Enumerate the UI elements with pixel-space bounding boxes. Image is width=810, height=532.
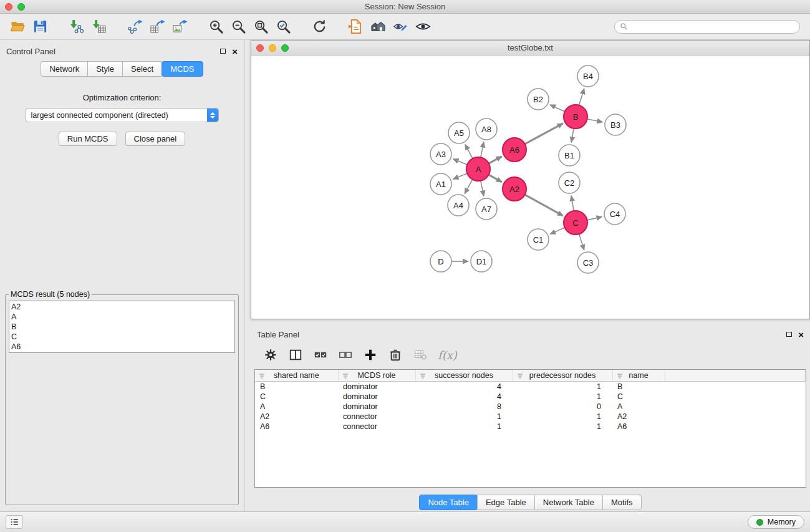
export-network-button[interactable] bbox=[123, 16, 146, 37]
network-edge-C-C4[interactable] bbox=[587, 217, 602, 220]
save-session-button[interactable] bbox=[29, 16, 51, 37]
network-node-C1[interactable]: C1 bbox=[528, 229, 549, 250]
network-edge-A-A7[interactable] bbox=[481, 181, 484, 196]
network-edge-A-A1[interactable] bbox=[453, 173, 467, 179]
zoom-fit-button[interactable] bbox=[249, 16, 272, 37]
column-header-name[interactable]: name bbox=[612, 370, 665, 382]
network-node-C2[interactable]: C2 bbox=[559, 172, 580, 193]
network-edge-B-B3[interactable] bbox=[587, 119, 603, 122]
network-edge-A-A3[interactable] bbox=[453, 159, 467, 165]
network-node-A7[interactable]: A7 bbox=[476, 198, 497, 220]
deselect-all-button[interactable] bbox=[334, 344, 357, 365]
optimization-criterion-dropdown[interactable]: largest connected component (directed) bbox=[26, 108, 219, 122]
network-edge-C-C1[interactable] bbox=[550, 228, 565, 235]
network-graph[interactable]: B4B2BB3A5A8A6B1A3AC2A1A2A4A7C4CC1C3DD1 bbox=[251, 56, 809, 319]
open-file-button[interactable] bbox=[6, 16, 29, 37]
memory-button[interactable]: Memory bbox=[748, 515, 804, 529]
select-all-button[interactable] bbox=[309, 344, 332, 365]
column-header-successor-nodes[interactable]: successor nodes bbox=[415, 370, 513, 382]
network-node-A2[interactable]: A2 bbox=[503, 177, 526, 201]
mcds-result-item[interactable]: A2 bbox=[11, 302, 233, 312]
network-node-A6[interactable]: A6 bbox=[503, 138, 526, 162]
mcds-result-list[interactable]: A2ABCA6 bbox=[9, 301, 235, 353]
network-node-B4[interactable]: B4 bbox=[577, 65, 599, 87]
zoom-out-button[interactable] bbox=[227, 16, 249, 37]
network-node-D[interactable]: D bbox=[430, 251, 451, 272]
float-control-panel-button[interactable] bbox=[220, 49, 226, 54]
tab-motifs[interactable]: Motifs bbox=[602, 495, 642, 510]
mcds-result-item[interactable]: C bbox=[11, 332, 233, 342]
network-canvas[interactable]: B4B2BB3A5A8A6B1A3AC2A1A2A4A7C4CC1C3DD1 bbox=[251, 56, 809, 319]
network-node-A1[interactable]: A1 bbox=[430, 173, 451, 195]
network-edge-A6-B[interactable] bbox=[525, 123, 563, 144]
network-node-A8[interactable]: A8 bbox=[476, 118, 497, 140]
network-edge-B-B2[interactable] bbox=[550, 105, 565, 112]
network-node-C4[interactable]: C4 bbox=[604, 203, 625, 225]
delete-table-button[interactable] bbox=[409, 344, 432, 365]
network-node-C3[interactable]: C3 bbox=[577, 252, 599, 273]
network-edge-A-A5[interactable] bbox=[465, 145, 473, 159]
column-header-mcds-role[interactable]: MCDS role bbox=[338, 370, 415, 382]
search-box[interactable] bbox=[614, 20, 800, 34]
tab-style[interactable]: Style bbox=[87, 61, 123, 77]
column-header-shared-name[interactable]: shared name bbox=[255, 370, 338, 382]
table-row[interactable]: Cdominator41C bbox=[255, 392, 806, 402]
table-settings-button[interactable] bbox=[259, 344, 282, 365]
network-edge-C-C2[interactable] bbox=[571, 196, 574, 211]
network-edge-C-C3[interactable] bbox=[579, 234, 584, 250]
tab-select[interactable]: Select bbox=[122, 61, 162, 77]
run-mcds-button[interactable]: Run MCDS bbox=[59, 132, 117, 146]
network-edge-A2-C[interactable] bbox=[525, 195, 563, 216]
network-node-B2[interactable]: B2 bbox=[528, 89, 549, 110]
column-header-predecessor-nodes[interactable]: predecessor nodes bbox=[513, 370, 612, 382]
style-preview-button[interactable] bbox=[389, 16, 412, 37]
network-node-B[interactable]: B bbox=[564, 105, 587, 128]
network-edge-A-A4[interactable] bbox=[465, 180, 473, 194]
network-edge-A-A6[interactable] bbox=[489, 157, 502, 163]
network-edge-B-B1[interactable] bbox=[571, 128, 574, 143]
tab-network[interactable]: Network bbox=[41, 61, 88, 77]
network-node-A5[interactable]: A5 bbox=[448, 122, 470, 143]
task-history-button[interactable] bbox=[6, 515, 23, 529]
tab-mcds[interactable]: MCDS bbox=[162, 61, 203, 77]
network-node-A3[interactable]: A3 bbox=[430, 143, 451, 165]
export-table-button[interactable] bbox=[146, 16, 168, 37]
float-table-panel-button[interactable] bbox=[786, 332, 792, 337]
import-table-button[interactable] bbox=[87, 16, 110, 37]
search-input[interactable] bbox=[631, 22, 794, 32]
export-image-button[interactable] bbox=[168, 16, 191, 37]
network-window-titlebar[interactable]: testGlobe.txt bbox=[251, 41, 809, 56]
table-row[interactable]: A6connector11A6 bbox=[255, 422, 806, 432]
network-edge-A-A2[interactable] bbox=[489, 175, 502, 182]
network-node-B1[interactable]: B1 bbox=[559, 145, 580, 166]
network-node-A4[interactable]: A4 bbox=[448, 195, 469, 216]
node-table-container[interactable]: shared name MCDS role successor nodes bbox=[254, 369, 806, 488]
open-network-file-button[interactable] bbox=[344, 16, 367, 37]
close-panel-button[interactable]: Close panel bbox=[125, 132, 186, 146]
home-view-button[interactable] bbox=[367, 16, 389, 37]
table-row[interactable]: Bdominator41B bbox=[255, 382, 806, 392]
mcds-result-item[interactable]: A bbox=[11, 312, 233, 322]
network-edge-A-A8[interactable] bbox=[481, 142, 484, 158]
mcds-result-item[interactable]: A6 bbox=[11, 342, 233, 352]
show-graphics-button[interactable] bbox=[412, 16, 434, 37]
zoom-selected-button[interactable] bbox=[272, 16, 294, 37]
table-row[interactable]: Adominator80A bbox=[255, 402, 806, 412]
network-node-D1[interactable]: D1 bbox=[471, 251, 492, 272]
column-layout-button[interactable] bbox=[284, 344, 307, 365]
tab-node-table[interactable]: Node Table bbox=[419, 495, 478, 510]
mcds-result-item[interactable]: B bbox=[11, 322, 233, 332]
table-row[interactable]: A2connector11A2 bbox=[255, 412, 806, 422]
function-builder-button[interactable]: f(x) bbox=[438, 349, 457, 362]
tab-edge-table[interactable]: Edge Table bbox=[477, 495, 535, 510]
import-network-button[interactable] bbox=[65, 16, 87, 37]
delete-column-button[interactable] bbox=[384, 344, 407, 365]
network-node-A[interactable]: A bbox=[466, 157, 490, 181]
network-edge-B-B4[interactable] bbox=[579, 89, 584, 105]
tab-network-table[interactable]: Network Table bbox=[534, 495, 603, 510]
network-node-C[interactable]: C bbox=[564, 211, 587, 235]
add-column-button[interactable] bbox=[359, 344, 382, 365]
close-control-panel-button[interactable]: × bbox=[232, 47, 238, 56]
zoom-in-button[interactable] bbox=[205, 16, 227, 37]
refresh-button[interactable] bbox=[308, 16, 330, 37]
